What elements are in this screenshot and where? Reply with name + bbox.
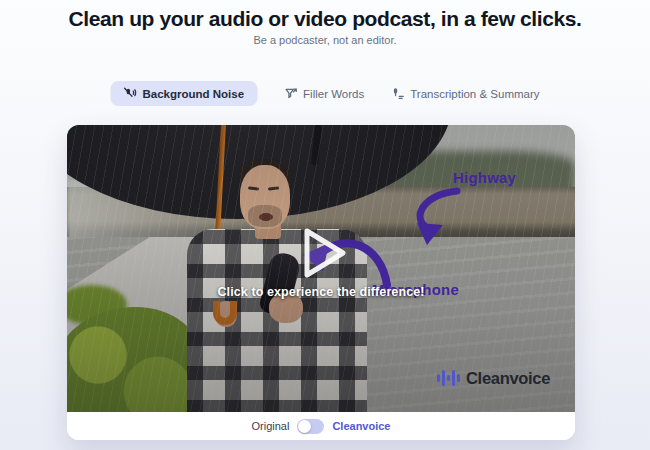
tab-label: Transcription & Summary <box>410 88 539 100</box>
logo-waveform-icon <box>437 368 461 388</box>
transcript-mic-icon <box>391 87 404 100</box>
toggle-knob[interactable] <box>298 420 311 433</box>
logo-text: Cleanvoice <box>466 369 550 388</box>
noise-off-icon <box>123 87 136 100</box>
cleanvoice-label: Cleanvoice <box>332 420 390 432</box>
filter-icon <box>284 87 297 100</box>
play-icon[interactable] <box>299 225 351 281</box>
video-player[interactable]: Highway Microphone Click to experience t… <box>67 125 575 412</box>
tab-filler-words[interactable]: Filler Words <box>284 87 364 100</box>
tab-transcription-summary[interactable]: Transcription & Summary <box>391 87 539 100</box>
original-label: Original <box>252 420 290 432</box>
page-title: Clean up your audio or video podcast, in… <box>0 7 650 31</box>
video-card: Highway Microphone Click to experience t… <box>67 125 575 440</box>
toggle-switch[interactable] <box>297 419 324 434</box>
tab-label: Background Noise <box>142 88 244 100</box>
page-subtitle: Be a podcaster, not an editor. <box>0 34 650 46</box>
cleanvoice-logo: Cleanvoice <box>437 368 550 388</box>
page-background: { "header": { "title": "Clean up your au… <box>0 0 650 450</box>
tab-background-noise[interactable]: Background Noise <box>110 81 257 106</box>
toggle-bar: Original Cleanvoice <box>67 412 575 440</box>
annotation-highway-label: Highway <box>453 169 516 186</box>
tab-label: Filler Words <box>303 88 364 100</box>
video-overlay-text: Click to experience the difference! <box>67 285 575 299</box>
tab-bar: Background Noise Filler Words Transcript… <box>110 81 539 106</box>
